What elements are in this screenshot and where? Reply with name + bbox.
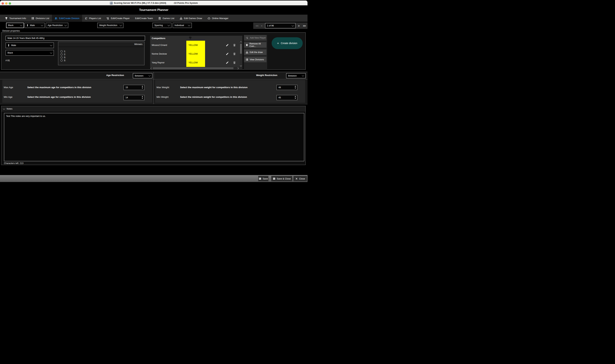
person-plus-icon <box>246 37 249 39</box>
max-age-spinner[interactable]: 15 <box>123 85 144 90</box>
scroll-up-icon[interactable] <box>240 41 242 43</box>
filter-age-dropdown[interactable]: Age Restriction <box>46 23 68 28</box>
add-new-player-button[interactable]: Add New Player <box>244 35 266 40</box>
winner-place-1[interactable]: 1: <box>61 50 66 53</box>
create-division-button[interactable]: + Create division <box>272 37 303 49</box>
chevron-down-icon <box>50 44 52 46</box>
app-header: Tournament Planner <box>0 5 308 15</box>
person-plus-icon <box>106 17 109 20</box>
list-icon <box>31 17 34 20</box>
min-age-spinner[interactable]: 14 <box>123 95 144 100</box>
delete-trash-icon[interactable] <box>233 61 236 64</box>
view-divisions-button[interactable]: View Divisions <box>244 57 266 62</box>
age-restriction-mode-dropdown[interactable]: Between <box>133 73 152 78</box>
spinner-arrows-icon[interactable] <box>295 86 296 89</box>
remove-all-competitors-button[interactable]: Remove All Com... <box>244 42 266 48</box>
tab-tournament-info[interactable]: Tournament Info <box>2 15 29 22</box>
tab-edit-create-division[interactable]: Edit/Create Division <box>52 15 82 22</box>
horizontal-scrollbar[interactable] <box>150 67 242 70</box>
collapse-chevron-icon[interactable] <box>3 107 5 110</box>
pagination-page-dropdown[interactable]: 1 of 96 <box>265 23 296 28</box>
radio-icon[interactable] <box>61 50 63 52</box>
winner-place-label: 3: <box>64 59 66 62</box>
notes-textarea[interactable]: Test This notes are very important to us… <box>4 113 304 161</box>
weight-restriction-mode-dropdown[interactable]: Between <box>286 73 306 78</box>
sitemap-icon <box>246 51 248 53</box>
competitor-row: Micass2 Emard YELLOW <box>150 41 239 50</box>
division-belt-value: Black <box>8 52 13 54</box>
save-button[interactable]: Save <box>258 176 268 181</box>
characters-left-label: Characters left: 213 <box>4 162 23 165</box>
belt-icon <box>188 36 192 40</box>
radio-icon[interactable] <box>61 53 63 55</box>
notes-header[interactable]: Notes <box>1 106 305 112</box>
sort-az-icon: AZ <box>85 17 87 20</box>
division-belt-dropdown[interactable]: Black <box>6 50 54 56</box>
tab-games-list[interactable]: Games List <box>156 15 177 22</box>
filter-gender-dropdown[interactable]: Male <box>25 23 45 28</box>
cloud-icon <box>208 17 210 20</box>
clipboard-icon <box>158 17 161 20</box>
tab-players-list[interactable]: AZ Players List <box>82 15 104 22</box>
tab-edit-games-draw[interactable]: Edit Games Draw <box>177 15 205 22</box>
edit-pencil-icon[interactable] <box>226 52 229 55</box>
division-gender-dropdown[interactable]: Male <box>6 42 54 48</box>
min-age-value: 14 <box>125 96 128 99</box>
floppy-icon <box>273 177 275 180</box>
winner-place-2[interactable]: 2: <box>61 53 66 56</box>
pagination-next-button[interactable]: > <box>297 23 300 29</box>
competitors-panel: Competitors Micass2 Emard YELLOW Norine … <box>150 36 242 70</box>
min-weight-spinner[interactable]: 45 <box>276 95 298 100</box>
scroll-down-icon[interactable] <box>240 65 242 66</box>
scroll-right-icon[interactable] <box>237 67 239 69</box>
chevron-down-icon <box>50 52 52 54</box>
spinner-arrows-icon[interactable] <box>142 86 143 89</box>
filter-type-dropdown[interactable]: Sparring <box>152 23 171 28</box>
chevron-down-icon <box>41 24 43 26</box>
edit-pencil-icon[interactable] <box>226 43 229 47</box>
pagination-prev-button[interactable]: < <box>260 23 263 29</box>
pagination-last-button[interactable]: >> <box>302 23 307 29</box>
horizontal-scroll-thumb[interactable] <box>153 67 234 69</box>
tab-edit-create-player[interactable]: Edit/Create Player <box>104 15 132 22</box>
filter-weight-value: Weight Restriction <box>99 24 117 26</box>
winners-header: Winners <box>58 42 144 47</box>
scroll-left-icon[interactable] <box>150 67 152 69</box>
close-button[interactable]: Close <box>293 176 307 181</box>
radio-icon[interactable] <box>61 56 63 59</box>
tab-label: Edit/Create Division <box>59 17 79 20</box>
winner-place-label: 3: <box>64 56 66 59</box>
division-name-input[interactable] <box>6 36 145 41</box>
spinner-arrows-icon[interactable] <box>295 96 296 99</box>
spinner-arrows-icon[interactable] <box>142 96 143 99</box>
winner-place-3[interactable]: 3: <box>61 56 66 59</box>
tab-label: Tournament Info <box>9 17 26 20</box>
save-and-close-button[interactable]: Save & Close <box>271 176 292 181</box>
tab-label: Divisions List <box>36 17 49 20</box>
pagination-first-button[interactable]: << <box>255 23 259 29</box>
traffic-zoom-button[interactable] <box>9 2 11 5</box>
filter-weight-dropdown[interactable]: Weight Restriction <box>97 23 123 28</box>
edit-the-draw-button[interactable]: Edit the draw <box>244 50 266 55</box>
tab-label: Online Manager <box>212 17 229 20</box>
edit-pencil-icon[interactable] <box>226 61 229 64</box>
tab-online-manager[interactable]: Online Manager <box>205 15 231 22</box>
delete-trash-icon[interactable] <box>233 43 236 47</box>
min-age-description: Select the minimum age for competitors i… <box>27 96 91 98</box>
tab-divisions-list[interactable]: Divisions List <box>29 15 52 22</box>
delete-trash-icon[interactable] <box>233 52 236 55</box>
max-weight-spinner[interactable]: 48 <box>276 85 298 90</box>
weight-header-divider <box>154 79 308 79</box>
filter-mode-dropdown[interactable]: Individual <box>173 23 192 28</box>
min-weight-label: Min Weight <box>157 96 169 98</box>
traffic-close-button[interactable] <box>2 2 4 5</box>
traffic-minimize-button[interactable] <box>5 2 8 5</box>
button-label: Edit the draw <box>250 51 263 53</box>
chevron-down-icon <box>168 24 170 26</box>
vertical-scrollbar[interactable] <box>239 41 242 67</box>
filter-belt-dropdown[interactable]: Black <box>6 23 24 28</box>
tab-edit-create-team[interactable]: Edit/Create Team <box>132 15 156 22</box>
radio-icon[interactable] <box>61 59 63 62</box>
vertical-scroll-thumb[interactable] <box>240 44 242 54</box>
winner-place-3b[interactable]: 3: <box>61 59 66 62</box>
